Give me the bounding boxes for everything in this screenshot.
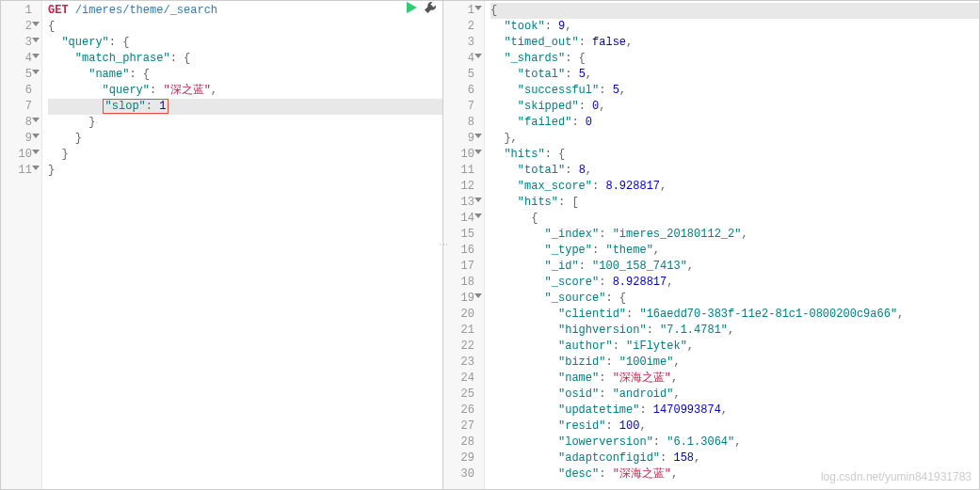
- run-icon[interactable]: [405, 1, 418, 18]
- fold-icon[interactable]: [474, 54, 482, 58]
- fold-icon[interactable]: [32, 118, 40, 122]
- request-editor[interactable]: 1234567891011 GET /imeres/theme/_search{…: [1, 1, 442, 489]
- svg-marker-0: [407, 2, 417, 13]
- fold-icon[interactable]: [474, 6, 482, 10]
- pane-splitter[interactable]: ⋮: [438, 234, 447, 257]
- wrench-icon[interactable]: [424, 1, 437, 18]
- dev-console: 1234567891011 GET /imeres/theme/_search{…: [0, 0, 980, 490]
- request-toolbar: [405, 1, 437, 18]
- grip-icon: ⋮: [438, 240, 448, 250]
- line-gutter: 1234567891011121314151617181920212223242…: [443, 1, 485, 489]
- fold-icon[interactable]: [32, 22, 40, 26]
- fold-icon[interactable]: [474, 134, 482, 138]
- response-viewer[interactable]: 1234567891011121314151617181920212223242…: [443, 1, 979, 489]
- fold-icon[interactable]: [474, 198, 482, 202]
- response-code: { "took": 9, "timed_out": false, "_shard…: [485, 1, 979, 489]
- fold-icon[interactable]: [32, 38, 40, 42]
- fold-icon[interactable]: [32, 134, 40, 138]
- fold-icon[interactable]: [474, 150, 482, 154]
- fold-icon[interactable]: [32, 166, 40, 170]
- request-code[interactable]: GET /imeres/theme/_search{ "query": { "m…: [42, 1, 442, 489]
- fold-icon[interactable]: [474, 213, 482, 218]
- fold-icon[interactable]: [32, 54, 40, 58]
- response-pane: 1234567891011121314151617181920212223242…: [443, 1, 979, 489]
- request-pane: 1234567891011 GET /imeres/theme/_search{…: [1, 1, 443, 489]
- fold-icon[interactable]: [32, 150, 40, 154]
- line-gutter: 1234567891011: [1, 1, 42, 489]
- fold-icon[interactable]: [32, 70, 40, 74]
- fold-icon[interactable]: [474, 293, 482, 298]
